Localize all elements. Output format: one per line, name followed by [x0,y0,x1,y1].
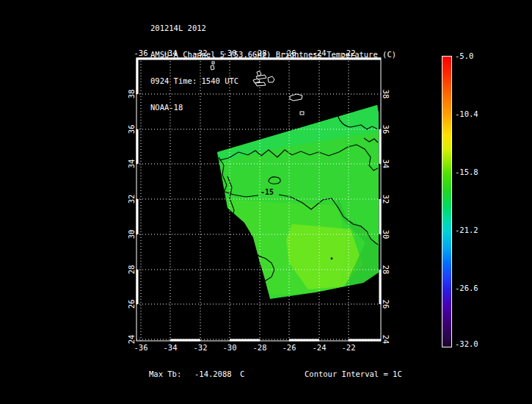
y-tick-label-right: 34 [382,159,390,169]
y-tick-label-right: 24 [382,335,390,345]
x-tick-label-top: -22 [342,48,356,57]
x-tick-label-bottom: -24 [313,343,327,352]
colorbar-tick-label: -26.6 [455,284,478,292]
max-tb-unit: C [240,369,244,378]
y-tick-label-right: 32 [382,195,390,204]
y-tick-label-right: 36 [382,125,390,134]
plot-canvas: 201214L 2012 AMSU-A Channel 5 (53.6GHz) … [0,0,532,404]
x-tick-label-bottom: -32 [194,343,208,352]
colorbar [442,56,452,347]
y-tick-label-right: 38 [382,90,390,99]
x-tick-label-bottom: -28 [253,343,267,352]
contour-value-label: -15 [260,188,274,196]
x-tick-label-top: -36 [134,48,148,57]
x-tick-label-top: -28 [253,48,267,57]
y-tick-label-left: 26 [127,300,136,309]
y-tick-label-left: 38 [127,90,136,99]
colorbar-tick-label: -10.4 [455,109,478,118]
y-tick-label-left: 24 [127,335,136,345]
colorbar-tick-label: -15.8 [455,167,478,176]
x-tick-label-top: -30 [223,48,237,57]
satellite-swath [213,103,382,299]
y-tick-label-right: 28 [382,265,390,275]
x-tick-label-top: -26 [283,48,296,57]
x-tick-label-bottom: -22 [342,343,356,352]
x-tick-label-bottom: -26 [283,343,296,352]
x-tick-label-top: -32 [194,48,208,57]
y-tick-label-left: 36 [127,125,136,134]
x-tick-label-bottom: -36 [134,343,148,352]
x-tick-label-bottom: -34 [164,343,178,352]
y-tick-label-right: 30 [382,230,390,239]
x-tick-label-top: -34 [164,48,178,57]
y-tick-label-left: 30 [127,230,136,239]
y-tick-label-left: 32 [127,195,136,204]
contour-interval-caption: Contour Interval = 1C [305,369,402,378]
colorbar-tick-label: -21.2 [455,226,478,234]
max-tb-label: Max Tb: [149,369,181,378]
y-tick-label-left: 28 [127,265,136,275]
y-tick-label-right: 26 [382,300,390,309]
colorbar-tick-label: -32.0 [455,339,478,348]
island-outlines [211,62,304,115]
x-tick-label-bottom: -30 [223,343,237,352]
x-tick-label-top: -24 [313,48,327,57]
y-tick-label-left: 34 [127,159,136,169]
colorbar-tick-label: -5.0 [455,51,473,60]
max-tb-value: -14.2088 [194,369,232,378]
